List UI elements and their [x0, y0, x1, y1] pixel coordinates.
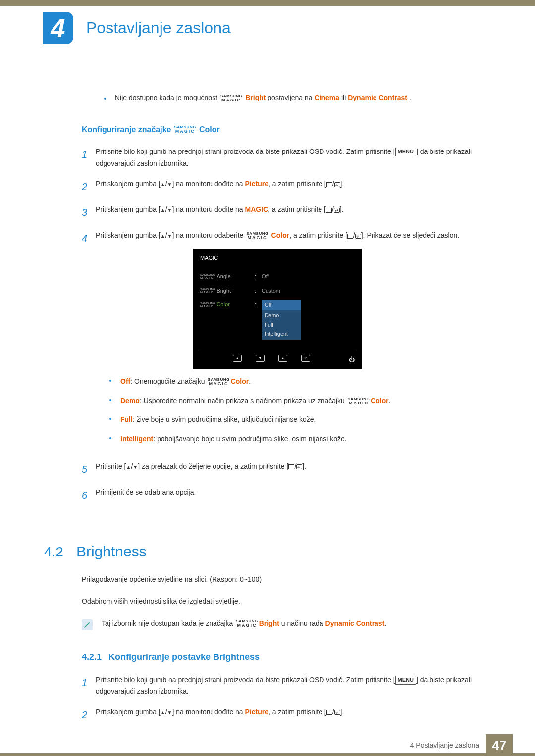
step-text: ] za prelazak do željene opcije, a zatim…: [138, 462, 288, 470]
osd-option: Demo: [265, 312, 279, 318]
off-label: Off: [120, 377, 130, 385]
step-text: ].: [340, 708, 344, 716]
note-text: ili: [341, 94, 348, 101]
step-text: Pritisnite [: [96, 462, 126, 470]
steps-list-brightness: 1 Pritisnite bilo koji gumb na prednjoj …: [82, 674, 488, 724]
step-text: Pritisnite bilo koji gumb na prednjoj st…: [96, 676, 395, 684]
select-enter-icon: /: [288, 462, 302, 470]
brightness-note: Taj izbornik nije dostupan kada je znača…: [82, 619, 488, 630]
select-enter-icon: /: [326, 708, 340, 716]
osd-option-selected: Off: [262, 300, 301, 310]
step-text: Pritiskanjem gumba [: [96, 205, 160, 213]
samsung-magic-icon: SAMSUNGMAGIC: [208, 378, 229, 386]
steps-list-color: 1 Pritisnite bilo koji gumb na prednjoj …: [82, 146, 488, 504]
demo-label: Demo: [120, 397, 140, 404]
bullet-dot-icon: [109, 399, 111, 401]
step-text: Pritisnite bilo koji gumb na prednjoj st…: [96, 148, 395, 155]
note-text: postavljena na: [268, 94, 314, 101]
bottom-accent-bar: [0, 753, 535, 756]
note-text: Nije dostupno kada je mogućnost: [115, 94, 219, 101]
chapter-title: Postavljanje zaslona: [86, 19, 231, 37]
osd-row-label: Color: [216, 300, 229, 309]
bullet-dot-icon: [109, 437, 111, 439]
step-text: Pritiskanjem gumba [: [96, 708, 160, 716]
samsung-magic-icon: SAMSUNGMAGIC: [348, 397, 370, 405]
note-text: .: [384, 619, 386, 627]
bullet-text: .: [249, 377, 251, 385]
step-text: , a zatim pritisnite [: [289, 231, 347, 239]
color-label: Color: [271, 231, 290, 239]
samsung-magic-icon: SAMSUNGMAGIC: [220, 94, 242, 102]
osd-dropdown: Off Demo Full Intelligent: [262, 300, 301, 340]
chapter-header: 4 Postavljanje zaslona: [0, 12, 535, 44]
footer-chapter-ref: 4 Postavljanje zaslona: [410, 741, 479, 749]
osd-row-value: Custom: [262, 286, 280, 296]
osd-down-icon: ▾: [256, 355, 265, 362]
osd-enter-icon: ↵: [301, 355, 310, 362]
osd-screenshot: MAGIC SAMSUNGMAGIC Angle : Off SAMSUNGMA…: [193, 249, 362, 369]
note-icon: [82, 619, 93, 630]
step-text: ] na monitoru dođite na: [172, 205, 245, 213]
color-label: Color: [231, 377, 249, 385]
osd-power-icon: ⏻: [349, 355, 355, 365]
cinema-label: Cinema: [315, 94, 340, 101]
note-text: u načinu rada: [279, 619, 325, 627]
step-text: ] na monitoru odaberite: [172, 231, 245, 239]
picture-label: Picture: [245, 708, 268, 716]
step-text: , a zatim pritisnite [: [268, 708, 326, 716]
subsection-title: Konfiguriranje postavke Brightness: [108, 652, 260, 662]
top-accent-bar: [0, 0, 535, 6]
chapter-number-badge: 4: [43, 12, 73, 44]
color-label: Color: [371, 397, 389, 404]
step-number: 1: [82, 146, 96, 170]
samsung-magic-icon: SAMSUNGMAGIC: [174, 125, 196, 134]
osd-back-icon: ◂: [233, 355, 242, 362]
up-down-icon: ▲/▼: [160, 180, 172, 188]
step-text: ]. Prikazat će se sljedeći zaslon.: [361, 231, 459, 239]
bullet-text: : Onemogućite značajku: [130, 377, 207, 385]
subsection-4-2-1-header: 4.2.1 Konfiguriranje postavke Brightness: [82, 652, 488, 662]
section-title: Brightness: [76, 543, 147, 560]
osd-up-icon: ▴: [278, 355, 287, 362]
step-number: 6: [82, 487, 96, 504]
step-text: , a zatim pritisnite [: [268, 205, 326, 213]
step-text: Pritiskanjem gumba [: [96, 231, 160, 239]
up-down-icon: ▲/▼: [160, 205, 172, 213]
osd-row-value: Off: [262, 272, 268, 281]
dynamic-contrast-label: Dynamic Contrast: [325, 619, 385, 627]
step-text: ] na monitoru dođite na: [172, 708, 245, 716]
step-text: ].: [340, 180, 344, 188]
step-number: 2: [82, 178, 96, 195]
osd-row-label: Bright: [216, 286, 231, 296]
up-down-icon: ▲/▼: [160, 708, 172, 716]
bullet-text: : poboljšavanje boje u svim područjima s…: [153, 435, 347, 443]
step-text: Primijenit će se odabrana opcija.: [96, 487, 196, 504]
bullet-dot-icon: [109, 380, 111, 382]
step-number: 3: [82, 204, 96, 221]
intelligent-label: Intelligent: [120, 435, 153, 443]
step-number: 2: [82, 706, 96, 723]
step-number: 5: [82, 461, 96, 478]
select-enter-icon: /: [347, 231, 361, 239]
bullet-dot-icon: [109, 418, 111, 420]
samsung-magic-icon: SAMSUNGMAGIC: [200, 273, 215, 279]
brightness-desc-1: Prilagođavanje općenite svjetline na sli…: [82, 574, 488, 586]
magic-label: MAGIC: [245, 205, 268, 213]
samsung-magic-icon: SAMSUNGMAGIC: [236, 619, 258, 628]
samsung-magic-icon: SAMSUNGMAGIC: [200, 288, 215, 294]
full-label: Full: [120, 415, 133, 423]
option-descriptions: Off: Onemogućite značajku SAMSUNGMAGICCo…: [96, 376, 459, 444]
availability-note: Nije dostupno kada je mogućnost SAMSUNGM…: [104, 94, 488, 102]
bright-label: Bright: [245, 94, 266, 101]
picture-label: Picture: [245, 180, 268, 188]
up-down-icon: ▲/▼: [160, 231, 172, 239]
select-enter-icon: /: [326, 205, 340, 213]
osd-row-label: Angle: [216, 272, 230, 281]
menu-button-icon: MENU: [395, 676, 416, 684]
up-down-icon: ▲/▼: [126, 462, 138, 470]
osd-option: Full: [265, 322, 273, 328]
step-number: 1: [82, 674, 96, 698]
configure-color-heading: Konfiguriranje značajke SAMSUNGMAGIC Col…: [82, 125, 488, 134]
section-4-2-header: 4.2 Brightness: [44, 543, 488, 560]
note-text: .: [409, 94, 411, 101]
